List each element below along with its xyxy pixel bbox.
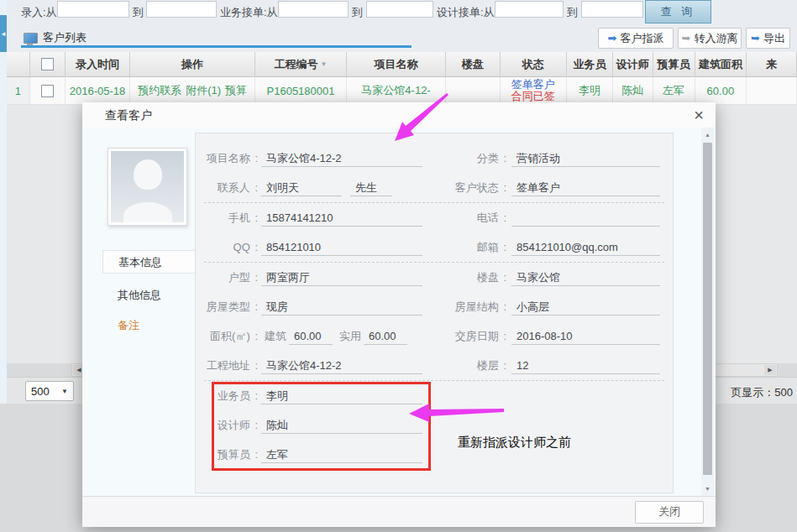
scroll-down-icon[interactable]: ▼ [701, 483, 714, 495]
header-building[interactable]: 楼盘 [446, 52, 501, 77]
transfer-free-label: 转入游离 [694, 31, 737, 46]
close-dialog-button[interactable]: 关闭 [635, 501, 704, 524]
cell-budgeter: 左军 [653, 77, 695, 105]
field-label: 工程地址 [196, 358, 258, 373]
header-project-name[interactable]: 项目名称 [347, 52, 446, 77]
dialog-body: 基本信息 其他信息 备注 项目名称马家公馆4-12-2 分类营销活动 联系人刘明… [82, 128, 716, 497]
scroll-right-icon[interactable]: ▶ [764, 365, 776, 375]
contact-value: 刘明天 [261, 179, 342, 196]
header-operation[interactable]: 操作 [130, 52, 254, 77]
tab-customer-list[interactable]: 客户列表 [24, 29, 87, 47]
export-button[interactable]: ➥ 导出 [746, 28, 790, 49]
design-to-input[interactable] [581, 1, 643, 18]
design-from-input[interactable] [495, 1, 564, 18]
sales-from-input[interactable] [278, 1, 349, 18]
cell-entry-date: 2016-05-18 [66, 77, 131, 105]
header-source[interactable]: 来 [747, 52, 797, 77]
filter-entry-label: 录入:从 [21, 5, 57, 20]
sales-to-input[interactable] [366, 1, 433, 18]
area-build-label: 建筑 [265, 329, 286, 344]
cell-salesman: 李明 [567, 77, 613, 105]
row-number: 1 [7, 77, 30, 105]
area-build-value: 60.00 [289, 327, 333, 345]
header-select-all[interactable] [30, 52, 66, 77]
tab-other-info[interactable]: 其他信息 [102, 284, 195, 307]
header-status[interactable]: 状态 [501, 52, 568, 77]
search-button[interactable]: 查 询 [645, 0, 711, 23]
tab-remark[interactable]: 备注 [102, 314, 195, 337]
entry-to-input[interactable] [146, 1, 217, 18]
op-link-contact[interactable]: 预约联系 [138, 83, 181, 98]
field-label: 户型 [196, 270, 258, 285]
cell-build-area: 60.00 [695, 77, 747, 105]
house-kind-value: 现房 [261, 298, 422, 316]
row-select-cell[interactable] [30, 77, 66, 105]
phone-value [511, 209, 660, 227]
filter-to-label-3: 到 [567, 5, 578, 20]
op-link-attachment[interactable]: 附件(1) [186, 83, 221, 98]
basic-info-panel: 项目名称马家公馆4-12-2 分类营销活动 联系人刘明天先生 客户状态签单客户 … [195, 133, 674, 493]
table-header-row: 录入时间 操作 工程编号▼ 项目名称 楼盘 状态 业务员 设计师 预算员 建筑面… [7, 52, 797, 77]
select-all-checkbox[interactable] [41, 58, 54, 70]
cell-operation: 预约联系 附件(1) 预算 [130, 77, 254, 105]
customer-avatar [107, 148, 187, 226]
monitor-icon [24, 33, 38, 44]
customer-list-label: 客户列表 [43, 30, 87, 45]
tab-basic-info[interactable]: 基本信息 [102, 250, 195, 274]
field-label: 房屋类型 [196, 300, 258, 315]
house-type-value: 两室两厅 [261, 269, 422, 286]
field-label: 交房日期 [429, 329, 506, 344]
cell-project-code[interactable]: P1605180001 [255, 77, 348, 105]
filter-bar: 录入:从 到 业务接单:从 到 设计接单:从 到 查 询 [7, 0, 797, 24]
entry-from-input[interactable] [57, 1, 129, 18]
assign-customer-button[interactable]: ➡ 客户指派 [598, 28, 674, 49]
scroll-up-icon[interactable]: ▲ [701, 129, 714, 141]
project-name-value: 马家公馆4-12-2 [261, 149, 422, 167]
app-window: ◂ 录入:从 到 业务接单:从 到 设计接单:从 到 查 询 客户列表 ➡ 客户… [0, 0, 797, 532]
op-link-budget[interactable]: 预算 [225, 83, 247, 98]
header-budgeter[interactable]: 预算员 [653, 52, 695, 77]
field-label: 业务员 [196, 389, 258, 404]
dialog-scrollbar[interactable]: ▲ ▼ [701, 128, 714, 497]
contact-title-value: 先生 [350, 179, 392, 196]
field-label: 设计师 [196, 418, 258, 433]
table-row: 1 2016-05-18 预约联系 附件(1) 预算 P1605180001 马… [7, 77, 797, 105]
header-build-area[interactable]: 建筑面积 [695, 52, 747, 77]
floor-value: 12 [511, 357, 660, 374]
filter-to-label-2: 到 [352, 5, 363, 20]
field-label: 电话 [429, 211, 506, 226]
category-value: 营销活动 [511, 149, 660, 167]
qq-value: 854121010 [261, 238, 422, 256]
page-size-select[interactable]: 500 ▼ [25, 381, 74, 401]
row-checkbox[interactable] [41, 85, 54, 97]
cell-status: 签单客户 合同已签 [501, 77, 568, 105]
status-contract: 合同已签 [511, 91, 555, 102]
project-code-label: 工程编号 [275, 57, 318, 72]
budgeter-value: 左军 [261, 446, 422, 463]
field-label: 联系人 [196, 180, 258, 196]
export-icon: ➥ [751, 32, 760, 44]
filter-to-label-1: 到 [133, 5, 144, 20]
tab-bar: 客户列表 ➡ 客户指派 ➥ 转入游离 ➥ 导出 [7, 23, 797, 52]
scrollbar-thumb[interactable] [703, 143, 712, 475]
structure-value: 小高层 [511, 298, 660, 316]
header-designer[interactable]: 设计师 [613, 52, 653, 77]
sort-caret-icon: ▼ [321, 60, 328, 68]
transfer-free-button[interactable]: ➥ 转入游离 [678, 28, 742, 49]
filter-design-label: 设计接单:从 [437, 5, 495, 20]
status-signed: 签单客户 [511, 79, 555, 91]
header-salesman[interactable]: 业务员 [567, 52, 613, 77]
assign-customer-label: 客户指派 [620, 31, 663, 46]
header-rownum [7, 52, 30, 77]
header-project-code[interactable]: 工程编号▼ [255, 52, 348, 77]
building-value: 马家公馆 [511, 269, 660, 286]
mobile-value: 15874141210 [261, 209, 422, 227]
transfer-icon: ➥ [682, 32, 691, 44]
header-entry-date[interactable]: 录入时间 [66, 52, 131, 77]
page-size-value: 500 [31, 385, 50, 398]
close-icon[interactable]: × [694, 105, 704, 125]
field-label: 预算员 [196, 447, 258, 462]
collapse-panel-icon[interactable]: ◂ [0, 15, 7, 52]
cell-designer: 陈灿 [613, 77, 653, 105]
field-label: 手机 [196, 211, 258, 226]
